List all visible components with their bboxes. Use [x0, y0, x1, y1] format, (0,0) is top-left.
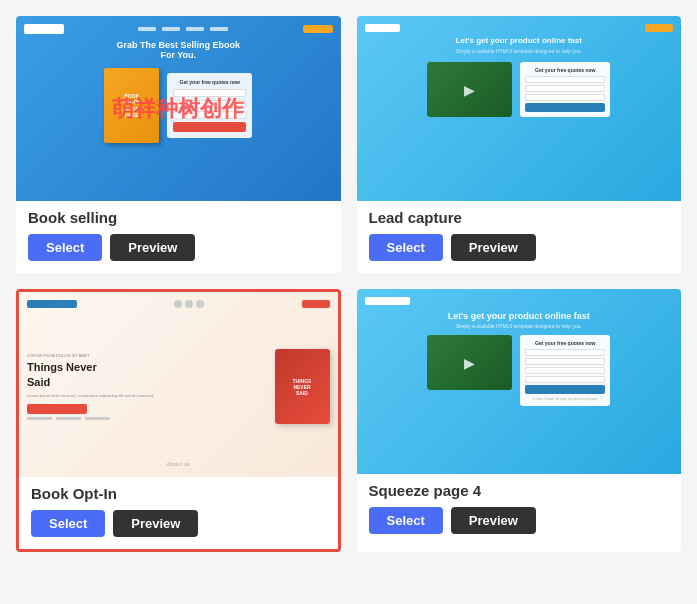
- preview-button-squeeze-page-4[interactable]: Preview: [451, 507, 536, 534]
- lf-field-3: [525, 94, 605, 101]
- lead-nav-bar: [365, 24, 674, 32]
- lead-content-row: Get your free quotes now: [365, 62, 674, 117]
- social-icon-3: [196, 300, 204, 308]
- optin-book-title: THINGSNEVERSAID: [293, 378, 312, 396]
- squeeze-video-player: [427, 335, 512, 390]
- squeeze-opt-in-form: Get your free quotes now Learn faster & …: [520, 335, 610, 406]
- lead-form-title: Get your free quotes now: [525, 67, 605, 73]
- card-footer-lead-capture: Lead capture Select Preview: [357, 201, 682, 273]
- nav-link: [210, 27, 228, 31]
- select-button-book-optin[interactable]: Select: [31, 510, 105, 537]
- form-submit-button: [173, 122, 246, 132]
- lead-opt-in-form: Get your free quotes now: [520, 62, 610, 117]
- optin-logo: [27, 300, 77, 308]
- preview-button-lead-capture[interactable]: Preview: [451, 234, 536, 261]
- lead-subheadline: Simply a scalable HTML5 template designe…: [365, 48, 674, 54]
- card-title-lead-capture: Lead capture: [369, 209, 670, 226]
- sf-note: Learn faster & stay up-to-the-minute: [525, 396, 605, 401]
- card-squeeze-page-4: Let's get your product online fast Simpl…: [357, 289, 682, 552]
- form-field-3: [173, 111, 246, 119]
- thumbnail-book-selling[interactable]: Grab The Best Selling EbookFor You. BOOK…: [16, 16, 341, 201]
- lead-headline: Let's get your product online fast: [365, 36, 674, 45]
- nav-cta-button: [303, 25, 333, 33]
- nav-link: [186, 27, 204, 31]
- optin-about-section: About us: [27, 457, 330, 469]
- card-title-book-optin: Book Opt-In: [31, 485, 326, 502]
- sf-field-4: [525, 376, 605, 383]
- squeeze-form-title: Get your free quotes now: [525, 340, 605, 346]
- content-row: BOOKEBOOKLANDINGPAGE Get your free quote…: [24, 68, 333, 143]
- optin-content-area: LOREM IPSUM DOLOR SIT AMET Things NeverS…: [27, 316, 330, 457]
- optin-nav-links: [27, 417, 265, 420]
- card-footer-squeeze-page-4: Squeeze page 4 Select Preview: [357, 474, 682, 546]
- optin-nav-bar: [27, 300, 330, 308]
- squeeze-nav-bar: [365, 297, 674, 305]
- preview-button-book-optin[interactable]: Preview: [113, 510, 198, 537]
- optin-link-3: [85, 417, 110, 420]
- thumbnail-squeeze-page-4[interactable]: Let's get your product online fast Simpl…: [357, 289, 682, 474]
- form-title: Get your free quotes now: [173, 79, 246, 85]
- squeeze-logo: [365, 297, 410, 305]
- card-title-book-selling: Book selling: [28, 209, 329, 226]
- template-grid: Grab The Best Selling EbookFor You. BOOK…: [0, 0, 697, 568]
- nav-link: [162, 27, 180, 31]
- lf-submit-button: [525, 103, 605, 112]
- optin-link-2: [56, 417, 81, 420]
- social-icon-2: [185, 300, 193, 308]
- opt-in-form: Get your free quotes now: [167, 73, 252, 138]
- squeeze-content-row: Get your free quotes now Learn faster & …: [365, 335, 674, 406]
- card-book-optin: LOREM IPSUM DOLOR SIT AMET Things NeverS…: [16, 289, 341, 552]
- card-actions-squeeze-page-4: Select Preview: [369, 507, 670, 534]
- sf-field-1: [525, 349, 605, 356]
- card-actions-book-optin: Select Preview: [31, 510, 326, 537]
- form-field-1: [173, 89, 246, 97]
- book-cover: BOOKEBOOKLANDINGPAGE: [104, 68, 159, 143]
- sf-field-2: [525, 358, 605, 365]
- optin-sub: Lorem ipsum dolor sit amet, consectetur …: [27, 393, 265, 399]
- lead-video-player: [427, 62, 512, 117]
- card-title-squeeze-page-4: Squeeze page 4: [369, 482, 670, 499]
- lead-logo: [365, 24, 400, 32]
- lead-nav-cta: [645, 24, 673, 32]
- squeeze-headline: Let's get your product online fast: [365, 311, 674, 321]
- social-icon-1: [174, 300, 182, 308]
- sf-submit-button: [525, 385, 605, 394]
- select-button-book-selling[interactable]: Select: [28, 234, 102, 261]
- card-footer-book-optin: Book Opt-In Select Preview: [19, 477, 338, 549]
- thumbnail-lead-capture[interactable]: Let's get your product online fast Simpl…: [357, 16, 682, 201]
- select-button-squeeze-page-4[interactable]: Select: [369, 507, 443, 534]
- preview-button-book-selling[interactable]: Preview: [110, 234, 195, 261]
- optin-headline: Things NeverSaid: [27, 360, 265, 389]
- lf-field-2: [525, 85, 605, 92]
- optin-link-1: [27, 417, 52, 420]
- nav-links: [138, 27, 228, 31]
- form-field-2: [173, 100, 246, 108]
- card-actions-lead-capture: Select Preview: [369, 234, 670, 261]
- lf-field-1: [525, 76, 605, 83]
- optin-nav-cta: [302, 300, 330, 308]
- optin-book-image: THINGSNEVERSAID: [275, 349, 330, 424]
- optin-tag-label: LOREM IPSUM DOLOR SIT AMET: [27, 353, 265, 358]
- logo: [24, 24, 64, 34]
- thumbnail-book-optin[interactable]: LOREM IPSUM DOLOR SIT AMET Things NeverS…: [19, 292, 338, 477]
- headline: Grab The Best Selling EbookFor You.: [116, 40, 240, 60]
- optin-cta-button: [27, 404, 87, 414]
- squeeze-subheadline: Simply a scalable HTML5 template designe…: [365, 323, 674, 329]
- card-book-selling: Grab The Best Selling EbookFor You. BOOK…: [16, 16, 341, 273]
- nav-bar: [24, 24, 333, 34]
- sf-field-3: [525, 367, 605, 374]
- optin-social-icons: [174, 300, 204, 308]
- card-footer-book-selling: Book selling Select Preview: [16, 201, 341, 273]
- book-cover-text: BOOKEBOOKLANDINGPAGE: [120, 93, 143, 119]
- optin-text-column: LOREM IPSUM DOLOR SIT AMET Things NeverS…: [27, 353, 265, 419]
- select-button-lead-capture[interactable]: Select: [369, 234, 443, 261]
- nav-link: [138, 27, 156, 31]
- card-lead-capture: Let's get your product online fast Simpl…: [357, 16, 682, 273]
- card-actions-book-selling: Select Preview: [28, 234, 329, 261]
